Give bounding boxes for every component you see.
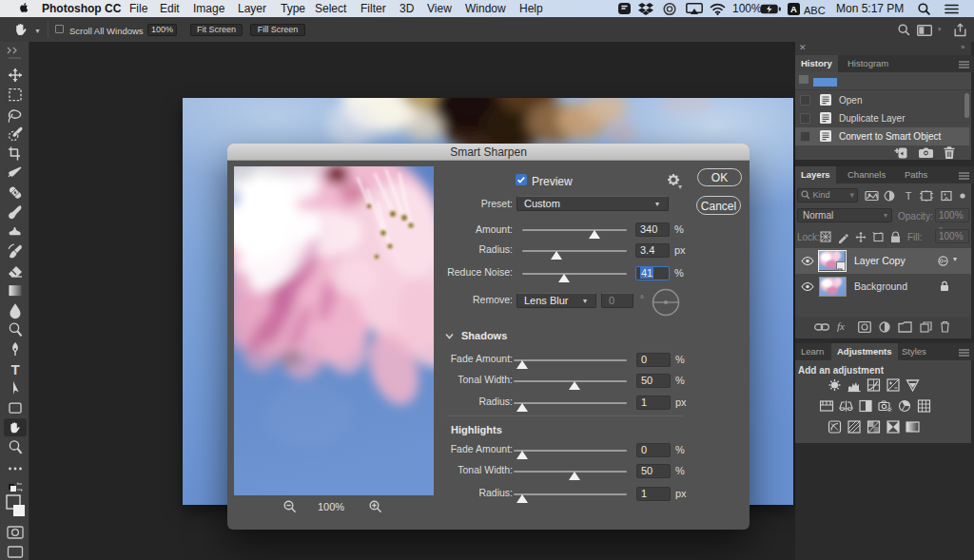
- svg-text:T: T: [10, 361, 19, 377]
- svg-text:A: A: [790, 4, 797, 14]
- svg-text:T: T: [906, 190, 912, 202]
